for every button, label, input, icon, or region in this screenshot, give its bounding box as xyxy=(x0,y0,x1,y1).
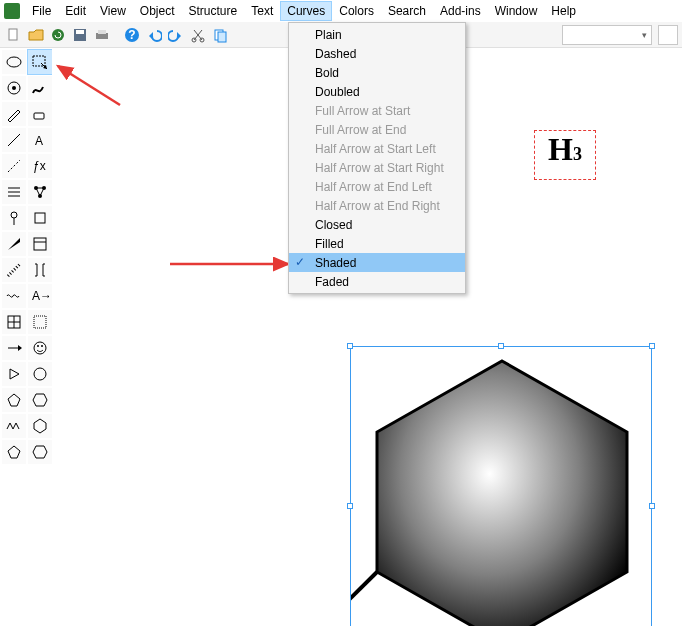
svg-rect-42 xyxy=(34,316,46,328)
tool-grid[interactable] xyxy=(2,310,26,334)
dd-full-arrow-end: Full Arrow at End xyxy=(289,120,465,139)
menubar: File Edit View Object Structure Text Cur… xyxy=(0,0,682,22)
menu-addins[interactable]: Add-ins xyxy=(434,2,487,20)
menu-search[interactable]: Search xyxy=(382,2,432,20)
toolbar-swatch[interactable] xyxy=(658,25,678,45)
tool-object[interactable] xyxy=(28,206,52,230)
dd-dashed[interactable]: Dashed xyxy=(289,44,465,63)
menu-curves[interactable]: Curves xyxy=(281,2,331,20)
tool-freehand[interactable] xyxy=(28,76,52,100)
svg-rect-6 xyxy=(98,30,106,34)
atom-label-element: H xyxy=(548,131,573,168)
svg-marker-55 xyxy=(377,361,627,626)
svg-point-49 xyxy=(34,368,46,380)
tb-print-icon[interactable] xyxy=(92,25,112,45)
dd-faded[interactable]: Faded xyxy=(289,272,465,291)
tb-refresh-icon[interactable] xyxy=(48,25,68,45)
svg-rect-33 xyxy=(35,213,45,223)
tool-ring[interactable] xyxy=(28,362,52,386)
svg-rect-4 xyxy=(76,30,84,34)
app-icon xyxy=(4,3,20,19)
dd-plain[interactable]: Plain xyxy=(289,25,465,44)
svg-marker-10 xyxy=(177,32,181,40)
tool-pen[interactable] xyxy=(2,102,26,126)
tool-hexagon-1[interactable] xyxy=(28,388,52,412)
tool-smiley[interactable] xyxy=(28,336,52,360)
tool-structure[interactable] xyxy=(28,180,52,204)
svg-marker-17 xyxy=(43,65,47,69)
svg-text:A: A xyxy=(35,134,43,148)
svg-marker-54 xyxy=(33,446,47,458)
tb-redo-icon[interactable] xyxy=(166,25,186,45)
tool-play[interactable] xyxy=(2,362,26,386)
menu-view[interactable]: View xyxy=(94,2,132,20)
dd-shaded[interactable]: ✓Shaded xyxy=(289,253,465,272)
menu-edit[interactable]: Edit xyxy=(59,2,92,20)
svg-point-28 xyxy=(34,186,38,190)
dd-doubled[interactable]: Doubled xyxy=(289,82,465,101)
svg-marker-51 xyxy=(33,394,47,406)
svg-point-18 xyxy=(8,82,20,94)
svg-marker-1 xyxy=(29,30,43,40)
callout-arrow-2 xyxy=(166,252,296,276)
menu-window[interactable]: Window xyxy=(489,2,544,20)
tool-panel[interactable] xyxy=(28,232,52,256)
menu-file[interactable]: File xyxy=(26,2,57,20)
menu-help[interactable]: Help xyxy=(545,2,582,20)
svg-marker-52 xyxy=(34,419,46,433)
tool-hash[interactable] xyxy=(2,258,26,282)
tool-dotgrid[interactable] xyxy=(28,310,52,334)
curves-dropdown: Plain Dashed Bold Doubled Full Arrow at … xyxy=(288,22,466,294)
tool-line[interactable] xyxy=(2,128,26,152)
dd-closed[interactable]: Closed xyxy=(289,215,465,234)
menu-text[interactable]: Text xyxy=(245,2,279,20)
tool-circle-dot[interactable] xyxy=(2,76,26,100)
tool-hexagon-2[interactable] xyxy=(28,414,52,438)
tool-dash-line[interactable] xyxy=(2,154,26,178)
toolbar-combo[interactable]: ▾ xyxy=(562,25,652,45)
tool-pentagon-2[interactable] xyxy=(2,440,26,464)
tb-open-icon[interactable] xyxy=(26,25,46,45)
menu-structure[interactable]: Structure xyxy=(183,2,244,20)
atom-label-box[interactable]: H 3 xyxy=(534,130,596,180)
svg-marker-9 xyxy=(149,32,153,40)
dd-filled[interactable]: Filled xyxy=(289,234,465,253)
tb-save-icon[interactable] xyxy=(70,25,90,45)
svg-point-45 xyxy=(34,342,46,354)
tb-undo-icon[interactable] xyxy=(144,25,164,45)
tool-brackets[interactable] xyxy=(28,258,52,282)
svg-line-37 xyxy=(8,264,20,276)
shaded-hexagon xyxy=(351,347,653,626)
tool-wave[interactable] xyxy=(2,284,26,308)
tb-cut-icon[interactable] xyxy=(188,25,208,45)
tb-copy-icon[interactable] xyxy=(210,25,230,45)
tool-text[interactable]: A xyxy=(28,128,52,152)
tool-marquee[interactable] xyxy=(28,50,52,74)
tool-eraser[interactable] xyxy=(28,102,52,126)
tool-ellipse[interactable] xyxy=(2,50,26,74)
tool-arrow[interactable] xyxy=(2,336,26,360)
tool-wedge[interactable] xyxy=(2,232,26,256)
tb-new-icon[interactable] xyxy=(4,25,24,45)
menu-colors[interactable]: Colors xyxy=(333,2,380,20)
svg-rect-16 xyxy=(33,56,45,66)
svg-line-58 xyxy=(58,66,120,105)
tool-zigzag[interactable] xyxy=(2,414,26,438)
dd-half-arrow-end-left: Half Arrow at End Left xyxy=(289,177,465,196)
tool-hexagon-3[interactable] xyxy=(28,440,52,464)
tool-pentagon-1[interactable] xyxy=(2,388,26,412)
tool-multi-line[interactable] xyxy=(2,180,26,204)
svg-marker-48 xyxy=(10,369,19,379)
svg-rect-39 xyxy=(8,316,20,328)
selection-box[interactable]: + xyxy=(350,346,652,626)
tool-pin[interactable] xyxy=(2,206,26,230)
check-icon: ✓ xyxy=(295,255,305,269)
tool-replace[interactable]: A→A xyxy=(28,284,52,308)
tool-formula[interactable]: ƒx xyxy=(28,154,52,178)
tb-help-icon[interactable]: ? xyxy=(122,25,142,45)
svg-text:A→A: A→A xyxy=(32,289,49,303)
svg-line-23 xyxy=(8,160,20,172)
dd-bold[interactable]: Bold xyxy=(289,63,465,82)
menu-object[interactable]: Object xyxy=(134,2,181,20)
svg-point-15 xyxy=(7,57,21,67)
